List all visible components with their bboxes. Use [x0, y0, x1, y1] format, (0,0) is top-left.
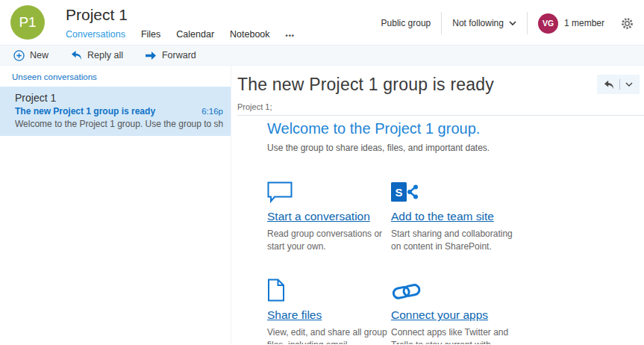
welcome-subtitle: Use the group to share ideas, files, and… — [267, 143, 644, 153]
more-tabs-ellipsis-icon[interactable]: ••• — [286, 29, 295, 40]
settings-gear-icon[interactable] — [621, 17, 634, 30]
unseen-conversations-filter[interactable]: Unseen conversations — [12, 72, 231, 81]
feature-grid: Start a conversation Read group conversa… — [267, 172, 644, 344]
team-site-link[interactable]: Add to the team site — [391, 210, 494, 223]
forward-label: Forward — [162, 50, 196, 60]
privacy-label: Public group — [381, 18, 431, 28]
group-avatar: P1 — [10, 5, 45, 40]
divider — [441, 12, 442, 34]
divider — [527, 12, 528, 34]
reply-all-label: Reply all — [87, 50, 123, 60]
sharepoint-icon: S — [391, 172, 570, 203]
reply-icon — [604, 80, 614, 90]
feature-start-conversation: Start a conversation Read group conversa… — [267, 172, 391, 252]
new-button-label: New — [30, 50, 49, 60]
group-header: P1 Project 1 Conversations Files Calenda… — [0, 0, 644, 45]
reading-pane: The new Project 1 group is ready Project… — [231, 66, 644, 344]
feature-team-site: S Add to the team site Start sharing and… — [391, 172, 570, 252]
conversation-list-pane: Unseen conversations Project 1 The new P… — [0, 66, 231, 344]
welcome-heading: Welcome to the Project 1 group. — [267, 120, 644, 137]
follow-dropdown[interactable]: Not following — [452, 18, 516, 28]
feature-description: View, edit, and share all group files, i… — [267, 326, 391, 344]
chevron-down-icon — [509, 21, 516, 26]
group-tabs: Conversations Files Calendar Notebook ••… — [66, 29, 295, 40]
tab-calendar[interactable]: Calendar — [176, 29, 214, 40]
start-conversation-link[interactable]: Start a conversation — [267, 210, 370, 223]
members-button[interactable]: VG 1 member — [538, 13, 604, 34]
share-files-link[interactable]: Share files — [267, 308, 322, 322]
message-subject: The new Project 1 group is ready — [237, 75, 644, 95]
chevron-down-icon[interactable] — [625, 82, 633, 87]
divider — [237, 115, 644, 116]
feature-description: Start sharing and collaborating on conte… — [391, 228, 519, 252]
follow-label: Not following — [452, 18, 504, 28]
feature-description: Connect apps like Twitter and Trello to … — [391, 326, 519, 344]
conversation-timestamp: 6:16p — [201, 107, 223, 116]
tab-files[interactable]: Files — [141, 29, 160, 40]
tab-notebook[interactable]: Notebook — [230, 29, 270, 40]
new-button[interactable]: New — [13, 50, 49, 61]
speech-bubble-icon — [267, 172, 391, 203]
message-recipients: Project 1; — [237, 102, 644, 111]
reply-split-button[interactable] — [597, 75, 640, 94]
forward-arrow-icon — [146, 51, 157, 60]
member-count: 1 member — [564, 18, 604, 28]
tab-conversations[interactable]: Conversations — [66, 29, 125, 40]
connect-apps-link[interactable]: Connect your apps — [391, 308, 488, 322]
member-avatar: VG — [538, 13, 558, 34]
divider — [619, 79, 620, 90]
forward-button[interactable]: Forward — [146, 50, 196, 60]
reply-all-icon — [71, 50, 82, 60]
command-toolbar: New Reply all Forward — [0, 45, 644, 66]
message-body: Welcome to the Project 1 group. Use the … — [267, 120, 644, 344]
conversation-group-name: Project 1 — [15, 92, 223, 104]
svg-text:S: S — [395, 186, 402, 199]
conversation-preview: Welcome to the Project 1 group. Use the … — [15, 119, 223, 129]
conversation-subject: The new Project 1 group is ready — [15, 106, 155, 116]
page-title: Project 1 — [66, 6, 128, 24]
plus-circle-icon — [13, 50, 25, 61]
feature-share-files: Share files View, edit, and share all gr… — [267, 270, 391, 344]
conversation-list-item[interactable]: Project 1 The new Project 1 group is rea… — [0, 87, 231, 136]
file-icon — [267, 270, 391, 302]
feature-description: Read group conversations or start your o… — [267, 228, 391, 252]
link-chain-icon — [391, 270, 570, 302]
reply-all-button[interactable]: Reply all — [71, 50, 123, 60]
feature-connect-apps: Connect your apps Connect apps like Twit… — [391, 270, 570, 344]
